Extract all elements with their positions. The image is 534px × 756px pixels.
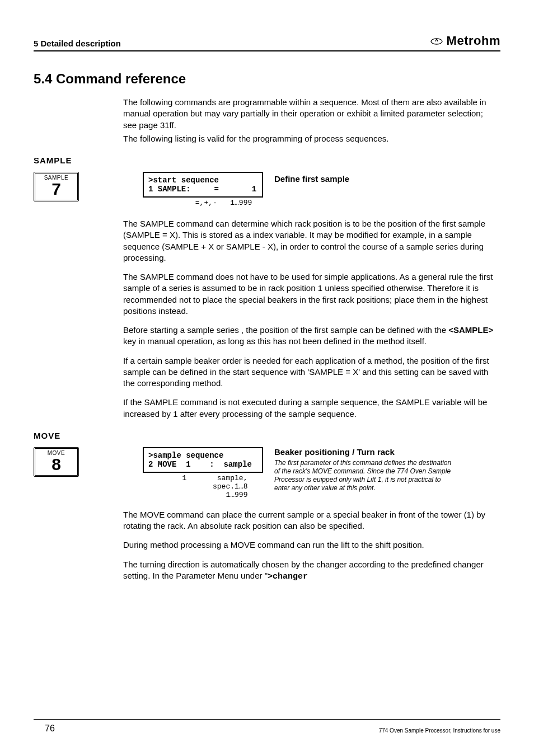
sample-key-number: 7: [35, 181, 77, 198]
sample-para-1: The SAMPLE command can determine which r…: [123, 218, 495, 264]
move-para-2: During method processing a MOVE command …: [123, 539, 495, 551]
move-para-3: The turning direction is automatically c…: [123, 559, 495, 583]
move-key-number: 8: [35, 456, 77, 473]
sample-row: SAMPLE 7 >start sequence 1 SAMPLE: = 1 =…: [34, 172, 500, 207]
move-row: MOVE 8 >sample sequence 2 MOVE 1 : sampl…: [34, 447, 500, 499]
move-range-3: 1…999: [143, 491, 263, 499]
sample-key-inline: <SAMPLE>: [448, 325, 493, 335]
section-title: 5.4 Command reference: [34, 71, 500, 87]
changer-inline: >changer: [268, 572, 308, 581]
move-range-2: spec.1…8: [143, 482, 263, 491]
intro-para-1: The following commands are programmable …: [123, 97, 495, 131]
brand-name: Metrohm: [447, 34, 500, 48]
sample-cmd-title: Define first sample: [274, 172, 349, 184]
footer-rule: [34, 719, 500, 720]
move-lcd-block: >sample sequence 2 MOVE 1 : sample 1 sam…: [143, 447, 263, 499]
move-cmd-desc: The first parameter of this command defi…: [274, 459, 453, 492]
sample-para-2: The SAMPLE command does not have to be u…: [123, 271, 495, 317]
sample-para-5: If the SAMPLE command is not executed du…: [123, 397, 495, 420]
intro-para-2: The following listing is valid for the p…: [123, 133, 495, 144]
brand-block: Metrohm: [430, 34, 500, 48]
move-range-1: 1 sample,: [143, 473, 263, 482]
move-key-button[interactable]: MOVE 8: [34, 447, 79, 477]
page-header: 5 Detailed description Metrohm: [34, 34, 500, 51]
move-lcd: >sample sequence 2 MOVE 1 : sample: [143, 447, 263, 473]
sample-heading: SAMPLE: [34, 156, 500, 165]
move-heading: MOVE: [34, 431, 500, 440]
footer-doc-title: 774 Oven Sample Processor, Instructions …: [379, 727, 500, 734]
sample-lcd-block: >start sequence 1 SAMPLE: = 1 =,+,- 1…99…: [143, 172, 263, 207]
sample-para-4: If a certain sample beaker order is need…: [123, 355, 495, 389]
sample-para-3: Before starting a sample series , the po…: [123, 325, 495, 348]
sample-lcd: >start sequence 1 SAMPLE: = 1: [143, 172, 263, 198]
sample-key-button[interactable]: SAMPLE 7: [34, 172, 79, 201]
section-label: 5 Detailed description: [34, 39, 121, 48]
metrohm-logo-icon: [430, 35, 443, 47]
sample-range: =,+,- 1…999: [143, 198, 263, 207]
page-number: 76: [45, 724, 55, 734]
move-cmd-title: Beaker positioning / Turn rack: [274, 447, 500, 457]
move-para-1: The MOVE command can place the current s…: [123, 509, 495, 532]
